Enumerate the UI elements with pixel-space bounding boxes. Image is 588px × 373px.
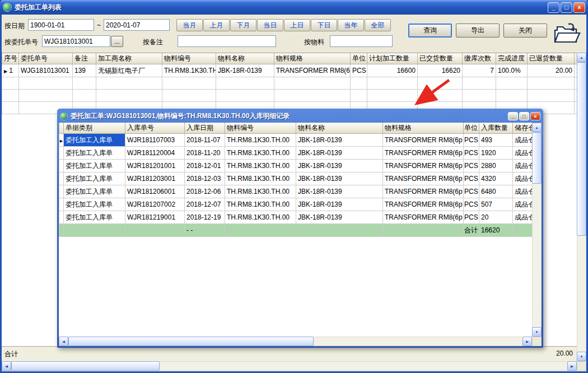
detail-close-icon[interactable]: × [530,112,540,120]
v-scroll-thumb[interactable] [577,62,586,236]
quick-range-button[interactable]: 当日 [257,19,283,31]
cell: 2018-12-01 [185,160,225,172]
cell: PCS [351,64,367,77]
order-filter-label: 按委托单号 [4,38,38,47]
cell: 6480 [479,185,513,198]
column-header[interactable]: 入库日期 [185,123,225,134]
detail-h-scroll-thumb[interactable] [68,337,314,346]
cell: WJR181203001 [125,172,185,185]
column-header[interactable]: 入库单号 [125,123,185,134]
cell: 2018-12-03 [185,172,225,185]
cell: WJR181201001 [125,160,185,172]
table-row[interactable]: 1WJG181013001139无锡新红电子厂TH.RM8.1K30.TH.00… [2,64,577,77]
cell: TRANSFORMER RM8(6p [383,211,464,224]
column-header[interactable]: 单位 [351,53,367,64]
scroll-left-icon[interactable] [2,361,11,371]
quick-range-button[interactable]: 下日 [311,19,337,31]
summary-cell [64,224,125,237]
quick-range-button[interactable]: 当年 [338,19,364,31]
column-header[interactable]: 物料名称 [216,53,274,64]
column-header[interactable]: 委托单号 [19,53,73,64]
quick-range-button[interactable]: 当月 [176,19,203,31]
order-no-input[interactable] [42,35,110,47]
row-selector [59,147,64,160]
detail-v-scroll-thumb[interactable] [532,132,542,184]
cell: TRANSFORMER RM8(6p [383,185,464,198]
detail-scroll-left-icon[interactable] [59,337,68,346]
close-icon[interactable]: × [573,2,585,13]
summary-cell [383,224,464,237]
column-header[interactable]: 计划加工数量 [367,53,418,64]
cell: 1 [2,64,19,77]
column-header[interactable]: 物料规格 [274,53,351,64]
close-list-button[interactable]: 关闭 [503,24,547,38]
cell: 无锡新红电子厂 [96,64,162,77]
query-button[interactable]: 查询 [408,24,452,38]
detail-minimize-icon[interactable]: _ [508,112,518,120]
date-from-input[interactable] [28,19,94,31]
quick-range-button[interactable]: 上月 [203,19,230,31]
column-header[interactable] [59,123,64,134]
detail-maximize-icon[interactable]: □ [519,112,529,120]
scroll-up-icon[interactable] [577,53,586,62]
h-scroll-thumb[interactable] [11,361,160,371]
minimize-icon[interactable]: _ [548,2,559,13]
scroll-right-icon[interactable] [567,361,577,371]
column-header[interactable]: 序号 [2,53,19,64]
quick-range-button[interactable]: 下月 [230,19,256,31]
footer-total-label: 合计 [4,349,18,359]
maximize-icon[interactable]: □ [561,2,572,13]
column-header[interactable]: 入库数量 [479,123,513,134]
summary-cell [296,224,383,237]
cell: JBK-18R-0139 [296,172,383,185]
detail-scroll-up-icon[interactable] [532,123,542,132]
browse-button[interactable]: ... [111,36,123,47]
column-header[interactable]: 备注 [73,53,96,64]
scrollbar-corner [577,361,586,371]
detail-window-title: 委托加工单:WJG181013001,物料编号:TH.RM8.1K30.TH.0… [71,111,290,121]
remark-input[interactable] [178,35,276,47]
detail-row[interactable]: 委托加工入库单WJR1812190012018-12-19TH.RM8.1K30… [59,211,540,224]
detail-row[interactable]: 委托加工入库单WJR1811070032018-11-07TH.RM8.1K30… [59,134,540,147]
material-input[interactable] [330,35,393,47]
cell: PCS [464,160,479,172]
column-header[interactable]: 单位 [464,123,479,134]
remark-filter-label: 按备注 [143,38,163,47]
column-header[interactable]: 加工商名称 [96,53,162,64]
column-header[interactable]: 物料编号 [162,53,216,64]
folder-icon[interactable] [552,22,581,45]
detail-row[interactable]: 委托加工入库单WJR1812070022018-12-07TH.RM8.1K30… [59,198,540,211]
summary-cell: 合计 [464,224,479,237]
row-selector [59,134,64,147]
cell: 2018-11-20 [185,147,225,160]
detail-row[interactable]: 委托加工入库单WJR1812030012018-12-03TH.RM8.1K30… [59,172,540,185]
column-header[interactable]: 已交货数量 [418,53,463,64]
cell: JBK-18R-0139 [216,64,274,77]
main-titlebar: 委托加工单列表 _ □ × [0,0,588,15]
detail-scroll-down-icon[interactable] [532,327,542,337]
column-header[interactable]: 物料编号 [225,123,296,134]
cell: 2880 [479,160,513,172]
detail-row[interactable]: 委托加工入库单WJR1812060012018-12-06TH.RM8.1K30… [59,185,540,198]
cell: TH.RM8.1K30.TH.00 [225,172,296,185]
detail-scroll-right-icon[interactable] [522,337,532,346]
empty-row [2,77,577,90]
column-header[interactable]: 已退货数量 [528,53,575,64]
detail-row[interactable]: 委托加工入库单WJR1811200042018-11-20TH.RM8.1K30… [59,147,540,160]
cell: WJR181107003 [125,134,185,147]
column-header[interactable]: 物料规格 [383,123,464,134]
scroll-down-icon[interactable] [577,352,586,361]
cell: 139 [73,64,96,77]
date-to-input[interactable] [104,19,170,31]
quick-range-button[interactable]: 上日 [284,19,310,31]
detail-row[interactable]: 委托加工入库单WJR1812010012018-12-01TH.RM8.1K30… [59,160,540,172]
cell: PCS [464,134,479,147]
summary-row: - - 合计 16620 [59,224,540,237]
quick-range-button[interactable]: 全部 [365,19,391,31]
column-header[interactable]: 物料名称 [296,123,383,134]
column-header[interactable]: 单据类别 [64,123,125,134]
cell: 委托加工入库单 [64,147,125,160]
column-header[interactable]: 完成进度 [496,53,528,64]
export-button[interactable]: 导出 [456,24,500,38]
column-header[interactable]: 缴库次数 [463,53,496,64]
